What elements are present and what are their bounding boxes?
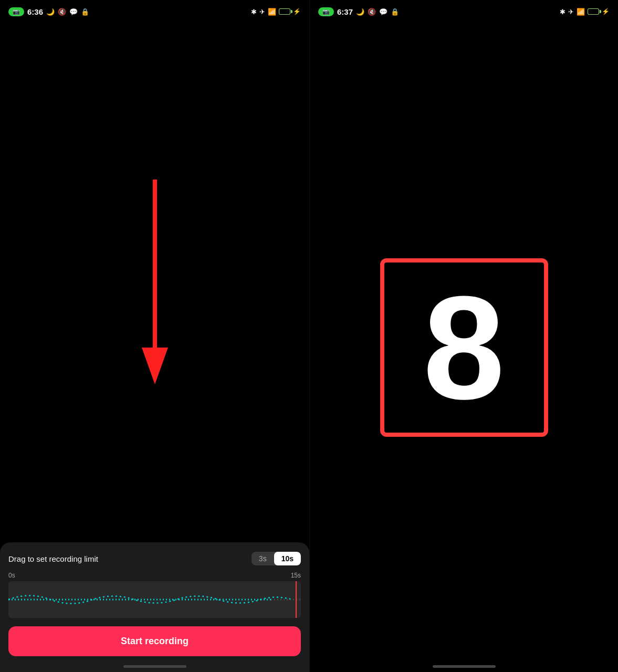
red-arrow-area	[0, 23, 309, 546]
right-status-left: 📷 6:37 🌙 🔇 💬 🔒	[318, 7, 399, 16]
recording-limit-header: Drag to set recording limit 3s 10s	[8, 552, 301, 565]
left-airplane-icon: ✈	[259, 8, 265, 16]
left-home-indicator	[123, 665, 186, 668]
left-moon-icon: 🌙	[46, 8, 55, 16]
left-charging-icon: ⚡	[293, 8, 301, 15]
right-screen: 📷 6:37 🌙 🔇 💬 🔒 ✱ ✈ 📶 ⚡ 8	[309, 0, 618, 672]
timeline-start-label: 0s	[8, 572, 15, 579]
left-status-bar: 📷 6:36 🌙 🔇 💬 🔒 ✱ ✈ 📶 ⚡	[0, 0, 309, 23]
timeline-labels: 0s 15s	[8, 572, 301, 579]
right-airplane-icon: ✈	[568, 8, 574, 16]
btn-10s[interactable]: 10s	[274, 552, 301, 565]
timeline-cursor[interactable]	[296, 581, 297, 618]
left-screen: 📷 6:36 🌙 🔇 💬 🔒 ✱ ✈ 📶 ⚡ Dr	[0, 0, 309, 672]
right-status-bar: 📷 6:37 🌙 🔇 💬 🔒 ✱ ✈ 📶 ⚡	[310, 0, 618, 23]
waveform-svg: /* dots generated inline below */	[8, 581, 301, 618]
right-camera-pill: 📷	[318, 7, 334, 16]
camera-icon: 📷	[13, 8, 20, 15]
right-moon-icon: 🌙	[356, 8, 364, 16]
left-bluetooth-icon: ✱	[251, 8, 257, 16]
red-arrow-icon	[139, 180, 171, 390]
waveform-container[interactable]: /* dots generated inline below */	[8, 581, 301, 618]
right-home-indicator	[433, 665, 496, 668]
right-time: 6:37	[337, 7, 353, 16]
right-battery-icon	[588, 8, 599, 15]
recording-bottom-panel: Drag to set recording limit 3s 10s 0s 15…	[0, 542, 309, 672]
left-time: 6:36	[27, 7, 43, 16]
left-status-left: 📷 6:36 🌙 🔇 💬 🔒	[8, 7, 89, 16]
start-recording-button[interactable]: Start recording	[8, 626, 301, 656]
right-status-right: ✱ ✈ 📶 ⚡	[560, 8, 610, 16]
left-status-right: ✱ ✈ 📶 ⚡	[251, 8, 301, 16]
svg-marker-1	[142, 348, 168, 384]
left-battery-icon	[279, 8, 290, 15]
right-bluetooth-icon: ✱	[560, 8, 565, 16]
recording-limit-label: Drag to set recording limit	[8, 554, 98, 563]
camera-pill: 📷	[8, 7, 24, 16]
time-selector[interactable]: 3s 10s	[252, 552, 301, 565]
timeline-end-label: 15s	[291, 572, 301, 579]
right-lock-icon: 🔒	[391, 8, 399, 16]
right-wifi-icon: 📶	[577, 8, 585, 16]
countdown-number: 8	[423, 274, 505, 421]
countdown-box: 8	[380, 258, 548, 437]
left-mute-icon: 🔇	[58, 8, 66, 16]
countdown-container: 8	[310, 23, 618, 672]
left-wifi-icon: 📶	[268, 8, 276, 16]
right-whatsapp-icon: 💬	[379, 8, 387, 16]
left-whatsapp-icon: 💬	[69, 8, 78, 16]
right-charging-icon: ⚡	[602, 8, 610, 15]
btn-3s[interactable]: 3s	[252, 552, 274, 565]
right-camera-icon: 📷	[322, 8, 330, 15]
left-lock-icon: 🔒	[81, 8, 89, 16]
right-mute-icon: 🔇	[368, 8, 376, 16]
